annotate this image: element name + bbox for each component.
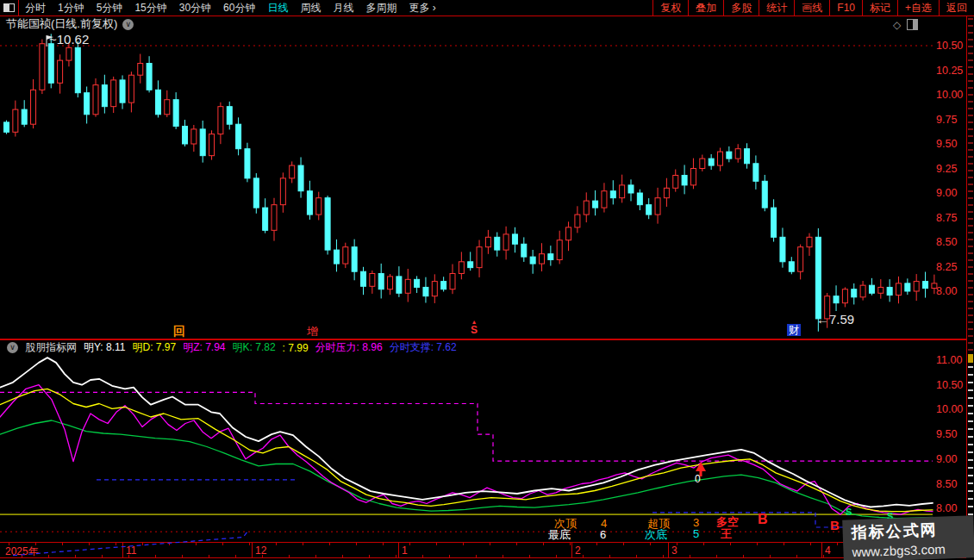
tick	[315, 555, 316, 557]
layout-toggle-button[interactable]	[0, 0, 19, 16]
axis-label: 9.25	[936, 163, 965, 175]
action-button-画线[interactable]: 画线	[794, 0, 829, 16]
low-price-label: ←7.59	[816, 313, 854, 326]
action-button-多股[interactable]: 多股	[723, 0, 759, 16]
stock-title[interactable]: 节能国祯(日线.前复权)	[6, 16, 117, 32]
month-label: 1	[402, 544, 408, 557]
period-tab-5分钟[interactable]: 5分钟	[97, 1, 123, 16]
tick	[796, 555, 797, 557]
tick	[609, 555, 610, 557]
action-button-标记[interactable]: 标记	[862, 0, 897, 16]
signal-s-green-1: S	[846, 507, 852, 517]
indicator-value-分时压力: 分时压力: 8.96	[315, 340, 383, 355]
axis-label: 9.75	[936, 114, 965, 126]
period-tab-1分钟[interactable]: 1分钟	[58, 1, 84, 16]
period-tab-周线[interactable]: 周线	[300, 1, 321, 16]
panel-split-icon[interactable]	[907, 19, 918, 30]
tick	[303, 543, 303, 545]
action-button-自选[interactable]: +自选	[897, 0, 939, 16]
tick	[409, 543, 410, 545]
tick	[677, 543, 677, 545]
date-axis[interactable]: 2025年11121234	[0, 542, 966, 558]
indicator-value-股朋指标网: 股朋指标网	[25, 340, 77, 355]
signal-chaoding-count: 3	[693, 517, 699, 528]
tick	[490, 543, 490, 545]
period-tab-15分钟[interactable]: 15分钟	[134, 1, 166, 16]
tick	[436, 543, 437, 545]
right-mini-strip[interactable]	[968, 18, 974, 557]
tick	[22, 555, 22, 557]
annotation-layer: ~10.62←7.59回增▴S财0次顶4超顶3多空B最底6次底5王BSS	[0, 0, 974, 560]
mini-strip-marks	[968, 18, 973, 351]
title-icons: ◇	[893, 19, 918, 30]
action-button-统计[interactable]: 统计	[759, 0, 794, 16]
tick	[716, 555, 717, 557]
period-tab-30分钟[interactable]: 30分钟	[179, 1, 211, 16]
month-boundary	[252, 543, 253, 557]
tick	[837, 543, 838, 545]
signal-cidi-count: 5	[693, 528, 699, 539]
tick	[155, 555, 156, 557]
indicator-collapse-icon[interactable]: ∨	[7, 342, 18, 353]
indicator-value-明D: 明D: 7.97	[132, 340, 176, 355]
tick	[142, 543, 143, 545]
axis-label: 9.50	[936, 138, 965, 150]
period-tabs: 分时1分钟5分钟15分钟30分钟60分钟日线周线月线多周期更多 ›	[19, 1, 442, 16]
tick	[823, 555, 824, 557]
right-border-line	[966, 0, 967, 557]
month-boundary	[571, 543, 572, 557]
tick	[810, 543, 811, 545]
month-label: 2	[575, 544, 581, 557]
tick	[35, 543, 36, 545]
tick	[623, 543, 624, 545]
diamond-icon[interactable]: ◇	[893, 20, 901, 30]
period-tab-分时[interactable]: 分时	[25, 1, 46, 16]
tick	[342, 555, 343, 557]
watermark-url: www.zbgs3.com	[852, 540, 974, 559]
tick	[48, 555, 49, 557]
tick	[262, 555, 263, 557]
action-button-F10[interactable]: F10	[829, 0, 862, 16]
axis-label: 8.25	[936, 261, 965, 273]
axis-label: 9.00	[936, 453, 965, 465]
month-label: 3	[671, 544, 677, 557]
chevron-down-icon[interactable]: ∨	[122, 19, 134, 30]
signal-zuidi-count: 6	[600, 529, 606, 540]
tick	[249, 543, 250, 545]
tick	[356, 543, 357, 545]
action-button-返回[interactable]: 返回	[939, 0, 974, 16]
tick	[182, 555, 183, 557]
axis-label: 10.25	[936, 65, 965, 77]
tick	[690, 555, 690, 557]
month-label: 12	[255, 544, 266, 557]
tick	[396, 555, 396, 557]
tick	[703, 543, 704, 545]
month-boundary	[821, 543, 822, 557]
tick	[209, 555, 209, 557]
tick	[169, 543, 170, 545]
tick	[743, 555, 744, 557]
period-tab-月线[interactable]: 月线	[333, 1, 353, 16]
period-tab-日线[interactable]: 日线	[267, 1, 288, 16]
tick	[102, 555, 103, 557]
event-marker-cai: 财	[787, 324, 801, 336]
axis-label: 11.00	[936, 354, 965, 366]
period-tab-60分钟[interactable]: 60分钟	[223, 1, 255, 16]
chart-canvas[interactable]	[0, 0, 974, 560]
tick	[383, 543, 384, 545]
month-label: 4	[825, 544, 831, 557]
tick	[529, 555, 530, 557]
tick	[583, 555, 584, 557]
action-buttons: 复权叠加多股统计画线F10标记+自选返回	[652, 0, 974, 16]
period-tab-多周期[interactable]: 多周期	[365, 1, 396, 16]
period-tab-更多›[interactable]: 更多 ›	[409, 1, 435, 16]
indicator-value-x: : 7.99	[283, 342, 309, 354]
indicator-header: ∨ 股朋指标网明Y: 8.11明D: 7.97明Z: 7.94明K: 7.82:…	[2, 341, 457, 354]
axis-label: 10.50	[936, 379, 965, 391]
action-button-叠加[interactable]: 叠加	[688, 0, 723, 16]
signal-cidi: 次底	[645, 529, 667, 540]
tick	[784, 543, 784, 545]
action-button-复权[interactable]: 复权	[652, 0, 688, 16]
tick	[596, 543, 597, 545]
axis-label: 8.50	[936, 478, 965, 490]
